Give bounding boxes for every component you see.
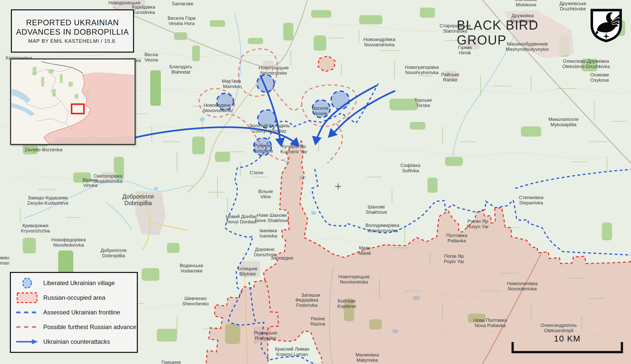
legend-item-russian-advance: Possible furthest Russian advance: [11, 322, 137, 333]
legend-box: Liberated Ukrainian village Russian-occu…: [10, 272, 138, 353]
inset-overview-map: [10, 58, 136, 145]
russian-occupied-area-icon: [11, 291, 43, 304]
black-swan-shield-logo: [590, 9, 623, 42]
legend-item-frontline: Assessed Ukrainian frontline: [11, 307, 137, 318]
liberated-village-zolotyi-kolodiaz: [258, 110, 276, 128]
legend-item-counterattacks: Ukrainian counterattacks: [11, 336, 137, 347]
legend-label: Liberated Ukrainian village: [43, 280, 115, 287]
liberated-village-novovodiane: [217, 93, 233, 110]
map-title-line2: ADVANCES IN DOBROPILLIA: [16, 27, 129, 37]
map-title-line1: REPORTED UKRAINIAN: [26, 18, 119, 27]
map-subtitle: MAP BY EMIL KASTEHELMI / 15.8.: [28, 38, 117, 44]
liberated-village-vesele: [312, 100, 330, 118]
liberated-village-rubizhne: [254, 138, 271, 156]
inset-map-canvas: [11, 59, 135, 144]
legend-label: Assessed Ukrainian frontline: [43, 309, 120, 316]
title-box: REPORTED UKRAINIAN ADVANCES IN DOBROPILL…: [11, 9, 134, 53]
liberated-village-circle-icon: [11, 277, 43, 289]
legend-label: Ukrainian counterattacks: [43, 338, 110, 345]
scale-bar: 10 KM: [510, 334, 624, 356]
scale-bar-graphic: [510, 334, 624, 356]
ukrainian-frontline-dash-icon: [11, 311, 43, 314]
dobropillia-advance-map: НоводонецькеSamarskeКуроїдівкаKuroidivka…: [0, 0, 631, 364]
russian-advance-dash-icon: [11, 326, 43, 329]
counterattack-arrow-icon: [11, 338, 43, 345]
legend-label: Russian-occupied area: [43, 294, 105, 301]
legend-item-liberated-village: Liberated Ukrainian village: [11, 277, 137, 289]
liberated-village-unnamed: [331, 91, 349, 109]
brand-name: BLACK BIRD GROUP: [457, 18, 588, 48]
legend-label: Possible furthest Russian advance: [43, 324, 136, 331]
legend-item-occupied-area: Russian-occupied area: [11, 292, 137, 303]
